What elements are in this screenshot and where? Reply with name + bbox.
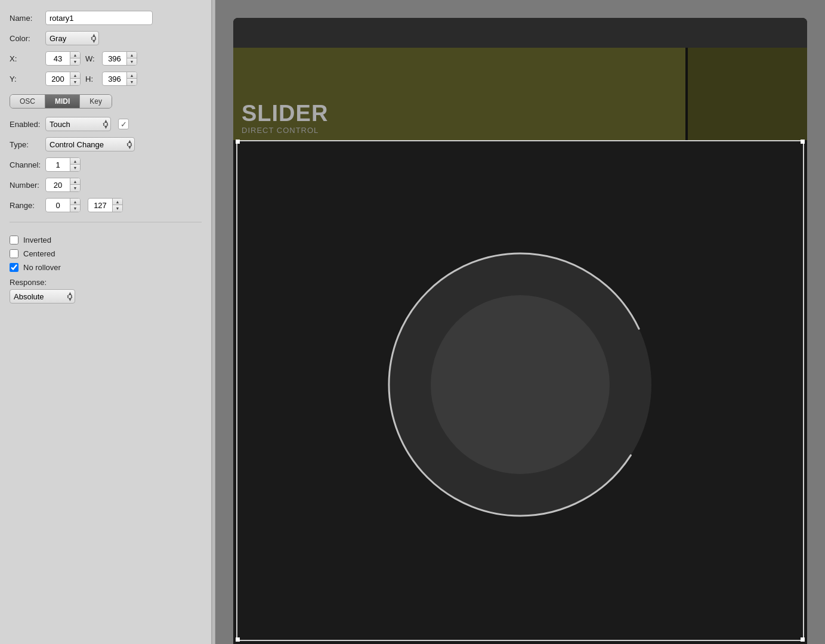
xw-row: X: ▲ ▼ W: ▲ ▼	[10, 51, 202, 66]
y-down-btn[interactable]: ▼	[70, 79, 80, 85]
channel-spinner[interactable]: ▲ ▼	[45, 157, 81, 172]
range-row: Range: ▲ ▼ ▲ ▼	[10, 198, 202, 212]
slider-subtitle: DIRECT CONTROL	[242, 126, 677, 135]
color-label: Color:	[10, 34, 41, 43]
name-input[interactable]	[45, 11, 153, 25]
number-spinner-buttons: ▲ ▼	[70, 178, 80, 191]
x-label: X:	[10, 54, 41, 63]
protocol-tabs: OSC MIDI Key	[10, 94, 112, 109]
type-label: Type:	[10, 140, 41, 149]
x-down-btn[interactable]: ▼	[70, 58, 80, 65]
tab-osc[interactable]: OSC	[10, 95, 45, 108]
color-select[interactable]: Gray	[45, 31, 99, 45]
h-label: H:	[85, 75, 97, 83]
w-spinner-buttons: ▲ ▼	[126, 52, 137, 65]
checkboxes-section: Inverted Centered No rollover	[10, 236, 202, 272]
w-label: W:	[85, 54, 97, 63]
w-input[interactable]	[103, 52, 126, 65]
w-spinner[interactable]: ▲ ▼	[102, 51, 137, 66]
separator	[10, 222, 202, 222]
inverted-checkbox[interactable]	[10, 236, 18, 244]
y-input[interactable]	[46, 72, 70, 85]
response-label: Response:	[10, 278, 47, 287]
type-select-wrapper: Control Change ▲▼	[45, 137, 135, 151]
y-spinner-buttons: ▲ ▼	[70, 72, 80, 85]
channel-input[interactable]	[46, 158, 70, 171]
x-input[interactable]	[46, 52, 70, 65]
enabled-row: Enabled: Touch ▲▼ ✓	[10, 117, 202, 131]
channel-row: Channel: ▲ ▼	[10, 157, 202, 172]
no-rollover-row: No rollover	[10, 263, 202, 272]
type-row: Type: Control Change ▲▼	[10, 137, 202, 151]
y-up-btn[interactable]: ▲	[70, 72, 80, 79]
h-up-btn[interactable]: ▲	[127, 72, 137, 79]
range-min-input[interactable]	[46, 199, 70, 212]
no-rollover-checkbox[interactable]	[10, 263, 18, 272]
color-select-wrapper: Gray ▲▼	[45, 31, 99, 45]
range-min-spinner[interactable]: ▲ ▼	[45, 198, 81, 212]
w-up-btn[interactable]: ▲	[127, 52, 137, 58]
range-min-down-btn[interactable]: ▼	[70, 205, 80, 212]
device-top-bar	[233, 18, 807, 48]
response-select[interactable]: Absolute	[10, 289, 75, 304]
enabled-check[interactable]: ✓	[118, 119, 129, 129]
inverted-row: Inverted	[10, 236, 202, 244]
range-min-up-btn[interactable]: ▲	[70, 199, 80, 205]
range-max-down-btn[interactable]: ▼	[113, 205, 122, 212]
device-content: SLIDER DIRECT CONTROL	[233, 48, 807, 644]
enabled-label: Enabled:	[10, 120, 41, 129]
name-label: Name:	[10, 14, 41, 23]
slider-buttons-row: SLIDER DIRECT CONTROL	[233, 48, 807, 143]
slider-title: SLIDER	[242, 102, 677, 125]
no-rollover-label: No rollover	[23, 263, 61, 272]
x-spinner-buttons: ▲ ▼	[70, 52, 80, 65]
inverted-label: Inverted	[23, 236, 51, 244]
h-spinner-buttons: ▲ ▼	[126, 72, 137, 85]
channel-up-btn[interactable]: ▲	[70, 158, 80, 165]
rotary-svg	[365, 230, 675, 540]
w-down-btn[interactable]: ▼	[127, 58, 137, 65]
y-spinner[interactable]: ▲ ▼	[45, 72, 81, 86]
color-row: Color: Gray ▲▼	[10, 31, 202, 45]
number-down-btn[interactable]: ▼	[70, 185, 80, 191]
response-row: Response: Absolute ▲▼	[10, 278, 202, 304]
h-spinner[interactable]: ▲ ▼	[102, 72, 137, 86]
range-max-up-btn[interactable]: ▲	[113, 199, 122, 205]
centered-checkbox[interactable]	[10, 249, 18, 258]
range-max-input[interactable]	[88, 199, 112, 212]
slider-button-right[interactable]	[688, 48, 807, 143]
enabled-select-wrapper: Touch ▲▼	[45, 117, 111, 131]
range-label: Range:	[10, 201, 41, 210]
number-spinner[interactable]: ▲ ▼	[45, 178, 81, 192]
centered-label: Centered	[23, 249, 55, 258]
tab-key[interactable]: Key	[80, 95, 112, 108]
h-down-btn[interactable]: ▼	[127, 79, 137, 85]
range-max-spinner[interactable]: ▲ ▼	[88, 198, 123, 212]
properties-panel: Name: Color: Gray ▲▼ X: ▲ ▼ W: ▲ ▼	[0, 0, 212, 644]
enabled-select[interactable]: Touch	[45, 117, 111, 131]
type-select[interactable]: Control Change	[45, 137, 135, 151]
x-up-btn[interactable]: ▲	[70, 52, 80, 58]
device-frame: SLIDER DIRECT CONTROL	[233, 18, 807, 644]
channel-label: Channel:	[10, 160, 41, 169]
y-label: Y:	[10, 75, 41, 83]
rotary-area	[233, 140, 807, 644]
number-row: Number: ▲ ▼	[10, 178, 202, 192]
centered-row: Centered	[10, 249, 202, 258]
x-spinner[interactable]: ▲ ▼	[45, 51, 81, 66]
slider-button-left[interactable]: SLIDER DIRECT CONTROL	[233, 48, 685, 143]
range-min-spinner-buttons: ▲ ▼	[70, 199, 80, 212]
tab-midi[interactable]: MIDI	[45, 95, 80, 108]
svg-point-2	[389, 253, 651, 516]
h-input[interactable]	[103, 72, 126, 85]
name-row: Name:	[10, 11, 202, 25]
channel-spinner-buttons: ▲ ▼	[70, 158, 80, 171]
canvas-area: SLIDER DIRECT CONTROL	[215, 0, 825, 644]
number-input[interactable]	[46, 178, 70, 191]
yh-row: Y: ▲ ▼ H: ▲ ▼	[10, 72, 202, 86]
number-label: Number:	[10, 181, 41, 190]
canvas-panel: SLIDER DIRECT CONTROL	[215, 0, 825, 644]
channel-down-btn[interactable]: ▼	[70, 165, 80, 171]
number-up-btn[interactable]: ▲	[70, 178, 80, 185]
response-select-wrapper: Absolute ▲▼	[10, 289, 75, 304]
